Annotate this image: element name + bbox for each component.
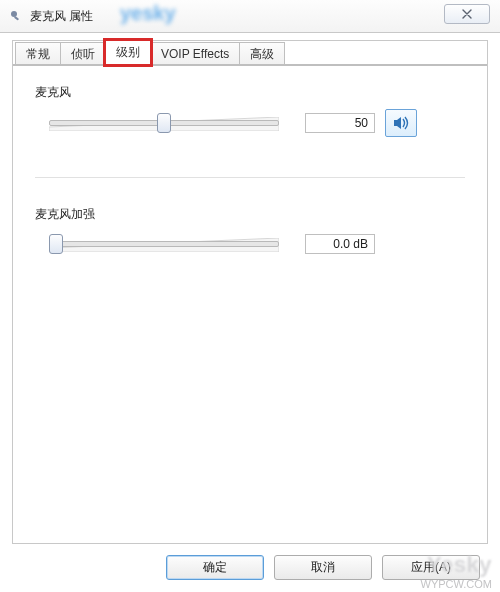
speaker-icon (393, 116, 409, 130)
mute-button[interactable] (385, 109, 417, 137)
value-microphone[interactable]: 50 (305, 113, 375, 133)
group-microphone: 麦克风 50 (35, 84, 465, 137)
slider-microphone[interactable] (49, 110, 279, 136)
cancel-button[interactable]: 取消 (274, 555, 372, 580)
tab-pane-levels: 麦克风 50 (13, 65, 487, 543)
tab-general[interactable]: 常规 (15, 42, 61, 65)
tab-listen[interactable]: 侦听 (60, 42, 106, 65)
group-mic-boost: 麦克风加强 0.0 dB (35, 206, 465, 257)
properties-window: 麦克风 属性 yesky 常规 侦听 级别 VOIP Effects 高级 麦克… (0, 0, 500, 592)
svg-rect-1 (14, 16, 19, 21)
client-area: 常规 侦听 级别 VOIP Effects 高级 麦克风 (12, 40, 488, 544)
tab-levels[interactable]: 级别 (105, 40, 151, 65)
apply-button[interactable]: 应用(A) (382, 555, 480, 580)
value-mic-boost[interactable]: 0.0 dB (305, 234, 375, 254)
tab-voip-effects[interactable]: VOIP Effects (150, 42, 240, 65)
close-button[interactable] (444, 4, 490, 24)
slider-mic-boost[interactable] (49, 231, 279, 257)
microphone-icon (8, 8, 24, 24)
tab-advanced[interactable]: 高级 (239, 42, 285, 65)
svg-point-0 (11, 11, 17, 17)
ok-button[interactable]: 确定 (166, 555, 264, 580)
label-mic-boost: 麦克风加强 (35, 206, 465, 223)
slider-thumb[interactable] (157, 113, 171, 133)
window-title: 麦克风 属性 (30, 8, 93, 25)
dialog-buttons: 确定 取消 应用(A) (166, 555, 480, 580)
tab-bar: 常规 侦听 级别 VOIP Effects 高级 (13, 41, 487, 67)
titlebar: 麦克风 属性 (0, 0, 500, 33)
slider-track (49, 241, 279, 247)
label-microphone: 麦克风 (35, 84, 465, 101)
slider-thumb[interactable] (49, 234, 63, 254)
separator (35, 177, 465, 178)
